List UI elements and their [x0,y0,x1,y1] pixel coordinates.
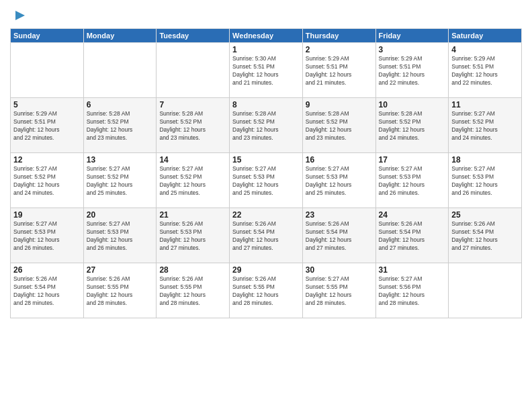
column-header-monday: Monday [83,29,157,43]
column-header-friday: Friday [375,29,449,43]
calendar-week-row: 19Sunrise: 5:27 AM Sunset: 5:53 PM Dayli… [11,208,522,263]
day-number: 20 [87,210,154,220]
calendar-empty-cell [449,263,522,318]
day-info: Sunrise: 5:29 AM Sunset: 5:51 PM Dayligh… [451,55,519,87]
day-number: 21 [159,210,226,220]
day-info: Sunrise: 5:28 AM Sunset: 5:52 PM Dayligh… [232,110,300,142]
day-info: Sunrise: 5:27 AM Sunset: 5:52 PM Dayligh… [87,165,154,197]
day-info: Sunrise: 5:26 AM Sunset: 5:54 PM Dayligh… [13,275,81,308]
calendar-day-cell: 15Sunrise: 5:27 AM Sunset: 5:53 PM Dayli… [230,153,303,208]
day-info: Sunrise: 5:26 AM Sunset: 5:54 PM Dayligh… [379,220,446,253]
day-number: 14 [159,155,226,165]
calendar-day-cell: 16Sunrise: 5:27 AM Sunset: 5:53 PM Dayli… [302,153,375,208]
calendar-day-cell: 7Sunrise: 5:28 AM Sunset: 5:52 PM Daylig… [157,98,230,153]
column-header-saturday: Saturday [449,29,522,43]
column-header-wednesday: Wednesday [230,29,303,43]
day-number: 6 [87,100,154,109]
calendar-day-cell: 25Sunrise: 5:26 AM Sunset: 5:54 PM Dayli… [449,208,522,263]
logo-arrow-icon [13,8,28,23]
day-info: Sunrise: 5:27 AM Sunset: 5:55 PM Dayligh… [306,275,373,308]
day-info: Sunrise: 5:26 AM Sunset: 5:55 PM Dayligh… [159,275,226,308]
logo [10,7,28,26]
calendar-day-cell: 22Sunrise: 5:26 AM Sunset: 5:54 PM Dayli… [230,208,303,263]
day-number: 19 [13,210,81,220]
calendar-day-cell: 20Sunrise: 5:27 AM Sunset: 5:53 PM Dayli… [83,208,157,263]
day-info: Sunrise: 5:28 AM Sunset: 5:52 PM Dayligh… [306,110,373,142]
calendar-table: SundayMondayTuesdayWednesdayThursdayFrid… [10,28,522,318]
day-info: Sunrise: 5:28 AM Sunset: 5:52 PM Dayligh… [87,110,154,142]
day-number: 18 [451,155,519,165]
calendar-day-cell: 3Sunrise: 5:29 AM Sunset: 5:51 PM Daylig… [375,43,449,98]
day-info: Sunrise: 5:26 AM Sunset: 5:55 PM Dayligh… [232,275,300,308]
calendar-day-cell: 30Sunrise: 5:27 AM Sunset: 5:55 PM Dayli… [302,263,375,318]
day-info: Sunrise: 5:27 AM Sunset: 5:53 PM Dayligh… [306,165,373,197]
day-number: 17 [379,155,446,165]
day-info: Sunrise: 5:29 AM Sunset: 5:51 PM Dayligh… [306,55,373,87]
calendar-week-row: 26Sunrise: 5:26 AM Sunset: 5:54 PM Dayli… [11,263,522,318]
day-info: Sunrise: 5:26 AM Sunset: 5:54 PM Dayligh… [232,220,300,253]
svg-marker-0 [15,11,25,20]
column-header-sunday: Sunday [11,29,84,43]
day-number: 13 [87,155,154,165]
day-info: Sunrise: 5:27 AM Sunset: 5:52 PM Dayligh… [13,165,81,197]
day-info: Sunrise: 5:30 AM Sunset: 5:51 PM Dayligh… [232,55,300,87]
column-header-tuesday: Tuesday [157,29,230,43]
day-number: 3 [379,45,446,54]
calendar-day-cell: 23Sunrise: 5:26 AM Sunset: 5:54 PM Dayli… [302,208,375,263]
day-number: 1 [232,45,300,54]
calendar-day-cell: 9Sunrise: 5:28 AM Sunset: 5:52 PM Daylig… [302,98,375,153]
day-info: Sunrise: 5:26 AM Sunset: 5:55 PM Dayligh… [87,275,154,308]
calendar-day-cell: 19Sunrise: 5:27 AM Sunset: 5:53 PM Dayli… [11,208,84,263]
day-info: Sunrise: 5:27 AM Sunset: 5:56 PM Dayligh… [379,275,446,308]
calendar-day-cell: 29Sunrise: 5:26 AM Sunset: 5:55 PM Dayli… [230,263,303,318]
day-number: 8 [232,100,300,109]
calendar-week-row: 5Sunrise: 5:29 AM Sunset: 5:51 PM Daylig… [11,98,522,153]
day-info: Sunrise: 5:27 AM Sunset: 5:53 PM Dayligh… [451,165,519,197]
day-info: Sunrise: 5:28 AM Sunset: 5:52 PM Dayligh… [379,110,446,142]
day-info: Sunrise: 5:29 AM Sunset: 5:51 PM Dayligh… [379,55,446,87]
calendar-week-row: 1Sunrise: 5:30 AM Sunset: 5:51 PM Daylig… [11,43,522,98]
calendar-day-cell: 24Sunrise: 5:26 AM Sunset: 5:54 PM Dayli… [375,208,449,263]
calendar-day-cell: 12Sunrise: 5:27 AM Sunset: 5:52 PM Dayli… [11,153,84,208]
calendar-day-cell: 5Sunrise: 5:29 AM Sunset: 5:51 PM Daylig… [11,98,84,153]
day-number: 12 [13,155,81,165]
calendar-empty-cell [83,43,157,98]
day-info: Sunrise: 5:29 AM Sunset: 5:51 PM Dayligh… [13,110,81,142]
calendar-day-cell: 28Sunrise: 5:26 AM Sunset: 5:55 PM Dayli… [157,263,230,318]
day-number: 24 [379,210,446,220]
day-info: Sunrise: 5:27 AM Sunset: 5:52 PM Dayligh… [451,110,519,142]
calendar-week-row: 12Sunrise: 5:27 AM Sunset: 5:52 PM Dayli… [11,153,522,208]
calendar-empty-cell [157,43,230,98]
day-number: 23 [306,210,373,220]
day-number: 29 [232,265,300,275]
day-number: 25 [451,210,519,220]
calendar-day-cell: 27Sunrise: 5:26 AM Sunset: 5:55 PM Dayli… [83,263,157,318]
calendar-day-cell: 10Sunrise: 5:28 AM Sunset: 5:52 PM Dayli… [375,98,449,153]
calendar-day-cell: 21Sunrise: 5:26 AM Sunset: 5:53 PM Dayli… [157,208,230,263]
day-info: Sunrise: 5:26 AM Sunset: 5:54 PM Dayligh… [451,220,519,253]
day-info: Sunrise: 5:26 AM Sunset: 5:53 PM Dayligh… [159,220,226,253]
column-header-thursday: Thursday [302,29,375,43]
calendar-day-cell: 17Sunrise: 5:27 AM Sunset: 5:53 PM Dayli… [375,153,449,208]
calendar-day-cell: 8Sunrise: 5:28 AM Sunset: 5:52 PM Daylig… [230,98,303,153]
calendar-day-cell: 11Sunrise: 5:27 AM Sunset: 5:52 PM Dayli… [449,98,522,153]
main-container: SundayMondayTuesdayWednesdayThursdayFrid… [0,0,532,325]
day-number: 5 [13,100,81,109]
day-info: Sunrise: 5:28 AM Sunset: 5:52 PM Dayligh… [159,110,226,142]
day-number: 26 [13,265,81,275]
day-number: 30 [306,265,373,275]
calendar-day-cell: 4Sunrise: 5:29 AM Sunset: 5:51 PM Daylig… [449,43,522,98]
calendar-day-cell: 18Sunrise: 5:27 AM Sunset: 5:53 PM Dayli… [449,153,522,208]
day-number: 22 [232,210,300,220]
day-info: Sunrise: 5:27 AM Sunset: 5:53 PM Dayligh… [232,165,300,197]
calendar-day-cell: 13Sunrise: 5:27 AM Sunset: 5:52 PM Dayli… [83,153,157,208]
day-number: 2 [306,45,373,54]
calendar-header-row: SundayMondayTuesdayWednesdayThursdayFrid… [11,29,522,43]
calendar-day-cell: 1Sunrise: 5:30 AM Sunset: 5:51 PM Daylig… [230,43,303,98]
day-info: Sunrise: 5:27 AM Sunset: 5:53 PM Dayligh… [87,220,154,253]
calendar-day-cell: 2Sunrise: 5:29 AM Sunset: 5:51 PM Daylig… [302,43,375,98]
day-info: Sunrise: 5:26 AM Sunset: 5:54 PM Dayligh… [306,220,373,253]
day-info: Sunrise: 5:27 AM Sunset: 5:53 PM Dayligh… [13,220,81,253]
day-info: Sunrise: 5:27 AM Sunset: 5:53 PM Dayligh… [379,165,446,197]
day-number: 11 [451,100,519,109]
